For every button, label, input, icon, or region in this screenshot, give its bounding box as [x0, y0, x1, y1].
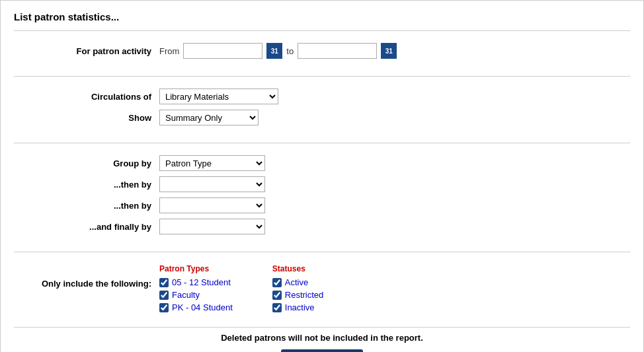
patron-type-faculty-label[interactable]: Faculty: [172, 290, 200, 300]
list-item: Active: [272, 277, 324, 287]
activity-row: For patron activity From 31 to 31: [14, 43, 630, 59]
show-select[interactable]: Summary Only Detail Both: [159, 110, 259, 125]
activity-section: For patron activity From 31 to 31: [14, 36, 630, 71]
patron-type-05-12-label[interactable]: 05 - 12 Student: [172, 277, 231, 287]
finallyby-label: ...and finally by: [14, 222, 159, 232]
divider-1: [14, 30, 630, 31]
list-item: Restricted: [272, 290, 324, 300]
circulations-section: Circulations of Library Materials ILL Ma…: [14, 82, 630, 137]
status-inactive-label[interactable]: Inactive: [285, 302, 315, 312]
to-date-input[interactable]: [298, 43, 377, 59]
circulations-label: Circulations of: [14, 92, 159, 102]
include-row: Only include the following: Patron Types…: [14, 264, 630, 315]
thenby2-label: ...then by: [14, 201, 159, 211]
patron-type-pk-04-label[interactable]: PK - 04 Student: [172, 302, 233, 312]
deleted-notice: Deleted patrons will not be included in …: [14, 333, 630, 343]
date-row: From 31 to 31: [159, 43, 397, 59]
patron-type-faculty-checkbox[interactable]: [159, 291, 169, 300]
status-inactive-checkbox[interactable]: [272, 303, 282, 312]
include-content: Patron Types 05 - 12 Student Faculty PK …: [159, 264, 323, 315]
circulations-row: Circulations of Library Materials ILL Ma…: [14, 88, 630, 104]
finallyby-select[interactable]: Patron Type Home Library: [159, 219, 265, 234]
divider-4: [14, 252, 630, 252]
groupby-row: Group by Patron Type Home Library Patron…: [14, 155, 630, 171]
status-restricted-checkbox[interactable]: [272, 291, 282, 300]
show-row: Show Summary Only Detail Both: [14, 110, 630, 125]
statuses-group: Statuses Active Restricted Inactive: [272, 264, 324, 315]
divider-5: [14, 327, 630, 328]
status-active-label[interactable]: Active: [285, 277, 308, 287]
finallyby-row: ...and finally by Patron Type Home Libra…: [14, 219, 630, 234]
include-section: Only include the following: Patron Types…: [14, 258, 630, 322]
status-active-checkbox[interactable]: [272, 278, 282, 287]
groupby-label: Group by: [14, 158, 159, 168]
patron-types-group: Patron Types 05 - 12 Student Faculty PK …: [159, 264, 233, 315]
circulations-select[interactable]: Library Materials ILL Materials All Mate…: [159, 88, 278, 104]
thenby2-select[interactable]: Patron Type Home Library: [159, 197, 265, 213]
to-label: to: [286, 46, 294, 56]
list-item: Inactive: [272, 302, 324, 312]
status-restricted-label[interactable]: Restricted: [285, 290, 324, 300]
from-calendar-button[interactable]: 31: [266, 43, 282, 59]
list-item: PK - 04 Student: [159, 302, 233, 312]
thenby1-label: ...then by: [14, 180, 159, 190]
from-label: From: [159, 46, 179, 56]
list-item: 05 - 12 Student: [159, 277, 233, 287]
statuses-title: Statuses: [272, 264, 324, 273]
page-title: List patron statistics...: [14, 11, 630, 22]
show-label: Show: [14, 113, 159, 123]
run-report-button[interactable]: Run Report: [281, 349, 363, 352]
thenby1-select[interactable]: Patron Type Home Library: [159, 176, 265, 192]
groupby-section: Group by Patron Type Home Library Patron…: [14, 149, 630, 246]
activity-label: For patron activity: [14, 46, 159, 56]
thenby2-row: ...then by Patron Type Home Library: [14, 197, 630, 213]
run-btn-container: Run Report: [14, 349, 630, 352]
patron-type-pk-04-checkbox[interactable]: [159, 303, 169, 312]
include-label: Only include the following:: [14, 264, 159, 289]
divider-3: [14, 143, 630, 143]
thenby1-row: ...then by Patron Type Home Library: [14, 176, 630, 192]
to-calendar-button[interactable]: 31: [381, 43, 397, 59]
groupby-select[interactable]: Patron Type Home Library Patron Category…: [159, 155, 265, 171]
from-date-input[interactable]: [183, 43, 262, 59]
list-item: Faculty: [159, 290, 233, 300]
divider-2: [14, 76, 630, 77]
page-container: List patron statistics... For patron act…: [0, 0, 644, 352]
patron-types-title: Patron Types: [159, 264, 233, 273]
patron-type-05-12-checkbox[interactable]: [159, 278, 169, 287]
